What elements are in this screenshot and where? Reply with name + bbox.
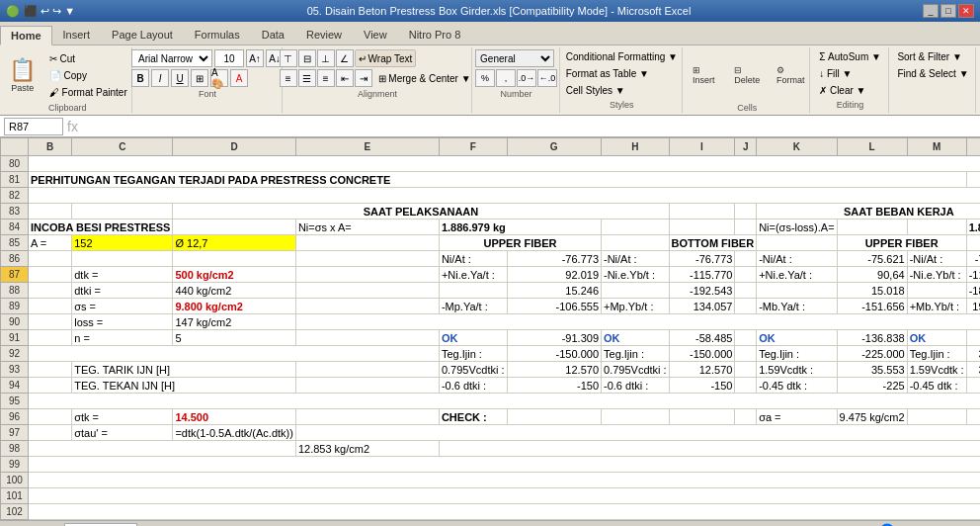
cell-86-I[interactable]: -76.773 (669, 251, 735, 267)
cell-93-E[interactable] (295, 362, 439, 378)
format-button[interactable]: ⚙Format (771, 49, 810, 101)
cell-96-M[interactable] (907, 409, 966, 425)
cell-92-H[interactable]: Teg.Ijin : (602, 346, 670, 362)
col-header-G[interactable]: G (507, 138, 602, 156)
cell-91-B[interactable] (29, 330, 72, 346)
cell-83-saat-beban-kerja[interactable]: SAAT BEBAN KERJA (757, 204, 980, 219)
tab-formulas[interactable]: Formulas (184, 25, 251, 44)
cell-96-N[interactable] (966, 409, 980, 425)
cell-96-B[interactable] (29, 409, 72, 425)
cell-90-D[interactable]: 147 kg/cm2 (173, 314, 296, 330)
comma-button[interactable]: , (496, 69, 516, 87)
cell-84-E[interactable]: Ni=σs x A= (295, 219, 439, 235)
cell-84-J[interactable] (735, 219, 757, 235)
cell-92-I[interactable]: -150.000 (669, 346, 735, 362)
cell-84-K[interactable]: Ni=(σs-loss).A= (757, 219, 837, 235)
cell-84-H[interactable] (602, 219, 670, 235)
cell-88-E[interactable] (295, 283, 439, 299)
cell-94-I[interactable]: -150 (669, 378, 735, 394)
cell-96-H[interactable] (602, 409, 670, 425)
cell-83-B[interactable] (29, 204, 72, 219)
merge-center-button[interactable]: ⊞ Merge & Center ▼ (373, 69, 476, 87)
angle-button[interactable]: ∠ (336, 49, 354, 67)
col-header-I[interactable]: I (669, 138, 735, 156)
cell-86-H[interactable]: -Ni/At : (602, 251, 670, 267)
format-as-table-button[interactable]: Format as Table ▼ (561, 66, 683, 81)
cell-89-G[interactable]: -106.555 (507, 299, 602, 314)
cell-83-I[interactable] (669, 204, 735, 219)
zoom-slider[interactable] (867, 523, 946, 527)
cell-93-F[interactable]: 0.795Vcdtki : (439, 362, 507, 378)
tab-insert[interactable]: Insert (52, 25, 102, 44)
cell-89-B[interactable] (29, 299, 72, 314)
fill-button[interactable]: ↓ Fill ▼ (814, 66, 886, 81)
cell-89-D[interactable]: 9.800 kg/cm2 (173, 299, 296, 314)
cell-96-J[interactable] (735, 409, 757, 425)
cell-87-I[interactable]: -115.770 (669, 267, 735, 283)
col-header-B[interactable]: B (29, 138, 72, 156)
cell-97-D[interactable]: =dtk(1-0.5A.dtk/(Ac.dtk)) (173, 425, 296, 441)
tab-page-layout[interactable]: Page Layout (101, 25, 184, 44)
cut-button[interactable]: ✂ Cut (44, 51, 132, 66)
cell-92-L[interactable]: -225.000 (837, 346, 907, 362)
cell-89-I[interactable]: 134.057 (669, 299, 735, 314)
cell-94-H[interactable]: -0.6 dtki : (602, 378, 670, 394)
cell-88-J[interactable] (735, 283, 757, 299)
col-header-L[interactable]: L (837, 138, 907, 156)
cell-85-upper-fiber2[interactable]: UPPER FIBER (837, 235, 966, 251)
align-middle-button[interactable]: ⊟ (298, 49, 316, 67)
cell-87-G[interactable]: 92.019 (507, 267, 602, 283)
cell-styles-button[interactable]: Cell Styles ▼ (561, 83, 683, 98)
cell-94-E[interactable] (295, 378, 439, 394)
indent-dec-button[interactable]: ⇤ (336, 69, 354, 87)
cell-91-C[interactable]: n = (72, 330, 173, 346)
cell-93-N[interactable]: 35.553 (966, 362, 980, 378)
cell-88-I[interactable]: -192.543 (669, 283, 735, 299)
cell-96-C[interactable]: σtk = (72, 409, 173, 425)
cell-87-M[interactable]: -Ni.e.Yb/t : (907, 267, 966, 283)
cell-96-K[interactable]: σa = (757, 409, 837, 425)
cell-85-B[interactable]: A = (29, 235, 72, 251)
cell-88-M[interactable] (907, 283, 966, 299)
cell-89-N[interactable]: 191.050 (966, 299, 980, 314)
cell-86-G[interactable]: -76.773 (507, 251, 602, 267)
col-header-E[interactable]: E (295, 138, 439, 156)
align-top-button[interactable]: ⊤ (280, 49, 297, 67)
find-select-button[interactable]: Find & Select ▼ (892, 66, 973, 81)
cell-93-J[interactable] (735, 362, 757, 378)
cell-93-K[interactable]: 1.59Vcdtk : (757, 362, 837, 378)
cell-92-G[interactable]: -150.000 (507, 346, 602, 362)
font-color-button[interactable]: A (230, 69, 248, 87)
cell-85-M[interactable] (966, 235, 980, 251)
cell-96-L[interactable]: 9.475 kg/cm2 (837, 409, 907, 425)
cell-91-G[interactable]: -91.309 (507, 330, 602, 346)
cell-89-M[interactable]: +Mb.Yb/t : (907, 299, 966, 314)
cell-86-E[interactable] (295, 251, 439, 267)
col-header-N[interactable]: N (966, 138, 980, 156)
cell-96-G[interactable] (507, 409, 602, 425)
sort-filter-button[interactable]: Sort & Filter ▼ (892, 49, 973, 64)
cell-94-J[interactable] (735, 378, 757, 394)
align-left-button[interactable]: ≡ (280, 69, 297, 87)
cell-94-F[interactable]: -0.6 dtki : (439, 378, 507, 394)
cell-97-B[interactable] (29, 425, 72, 441)
col-header-F[interactable]: F (439, 138, 507, 156)
cell-98-rest[interactable] (439, 441, 980, 457)
number-format-select[interactable]: General (475, 49, 554, 67)
cell-84-incoba[interactable]: INCOBA BESI PRESTRESS (29, 219, 173, 235)
copy-button[interactable]: 📄 Copy (44, 68, 132, 83)
cell-89-C[interactable]: σs = (72, 299, 173, 314)
border-button[interactable]: ⊞ (191, 69, 208, 87)
cell-94-N[interactable]: -225 (966, 378, 980, 394)
sheet-tab-girder-box[interactable]: Girder Box (64, 523, 137, 527)
italic-button[interactable]: I (151, 69, 169, 87)
tab-view[interactable]: View (353, 25, 398, 44)
cell-89-E[interactable] (295, 299, 439, 314)
cell-87-B[interactable] (29, 267, 72, 283)
font-grow-button[interactable]: A↑ (246, 49, 264, 67)
cell-87-J[interactable] (735, 267, 757, 283)
increase-decimal-button[interactable]: .0→ (517, 69, 536, 87)
cell-87-N[interactable]: -114.033 (966, 267, 980, 283)
col-header-M[interactable]: M (907, 138, 966, 156)
cell-97-C[interactable]: σtau' = (72, 425, 173, 441)
